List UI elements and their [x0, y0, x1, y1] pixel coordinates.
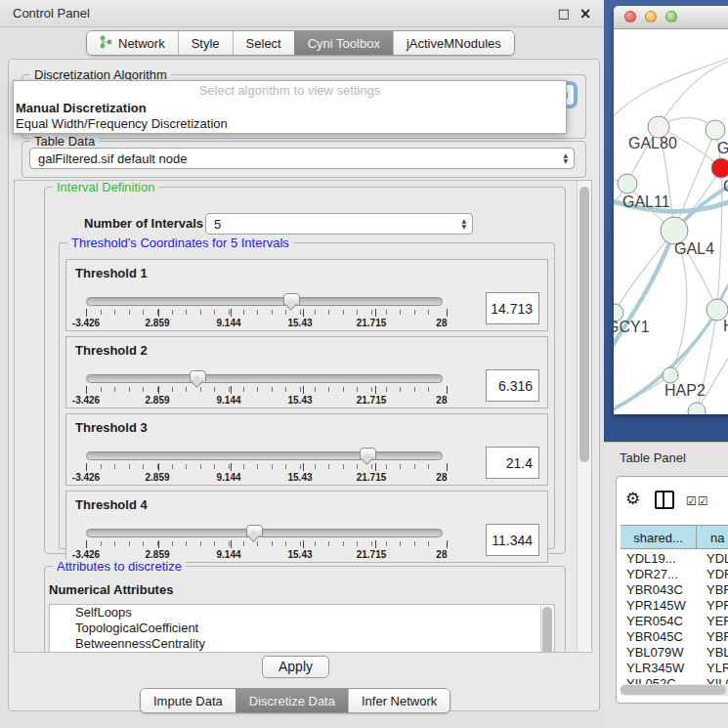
tick-label: 21.715: [357, 318, 387, 328]
list-item[interactable]: SelfLoops: [50, 605, 554, 621]
table-row[interactable]: YBL079WYBL0: [621, 645, 728, 661]
close-icon[interactable]: ×: [578, 7, 592, 21]
major-tick: [303, 309, 304, 317]
select-columns-checkboxes-icon[interactable]: ☑☑: [686, 492, 709, 510]
threshold-2-slider[interactable]: -3.426 2.859 9.144 15.43 21.715 28: [86, 368, 448, 406]
tick-label: 9.144: [216, 318, 240, 328]
node-selected-red[interactable]: [711, 158, 728, 178]
algorithm-dropdown-popup: Select algorithm to view settings Manual…: [13, 80, 567, 134]
table-row[interactable]: YBR043CYBR0: [621, 582, 728, 598]
table-row[interactable]: YER054CYER0: [621, 614, 728, 629]
cell[interactable]: YLR3: [707, 661, 728, 676]
list-scrollbar-thumb[interactable]: [542, 607, 552, 653]
option-equal-width-frequency[interactable]: Equal Width/Frequency Discretization: [16, 116, 228, 131]
option-manual-discretization[interactable]: Manual Discretization: [16, 101, 147, 115]
columns-icon[interactable]: [655, 491, 674, 509]
cell[interactable]: YER0: [707, 614, 728, 629]
major-tick: [231, 540, 232, 548]
minimize-traffic-light-icon[interactable]: [645, 11, 657, 22]
threshold-1-slider[interactable]: -3.426 2.859 9.144 15.43 21.715 28: [86, 291, 448, 328]
tab-cyni-toolbox[interactable]: Cyni Toolbox: [294, 31, 393, 55]
cell[interactable]: YPR145W: [626, 598, 697, 614]
threshold-4-label: Threshold 4: [75, 497, 148, 512]
node-bottom[interactable]: [688, 403, 706, 414]
slider-thumb[interactable]: [246, 525, 263, 537]
cell[interactable]: YER054C: [626, 614, 697, 629]
table-row[interactable]: YDR27...YDR2: [621, 567, 728, 582]
tab-style[interactable]: Style: [178, 31, 233, 55]
slider-thumb[interactable]: [190, 370, 206, 383]
column-header-shared-name[interactable]: shared...: [621, 525, 697, 549]
tab-discretize-data[interactable]: Discretize Data: [236, 689, 348, 712]
list-scrollbar[interactable]: [540, 605, 554, 653]
number-of-intervals-combobox[interactable]: 5 ▲▼: [205, 213, 473, 235]
threshold-4-value-field[interactable]: 11.344: [486, 524, 539, 556]
tab-infer-network[interactable]: Infer Network: [348, 689, 450, 712]
tab-network[interactable]: Network: [87, 31, 178, 55]
cell[interactable]: YBL0: [707, 645, 728, 661]
node-g-clipped[interactable]: [706, 120, 725, 140]
threshold-2-value-field[interactable]: 6.316: [486, 369, 539, 402]
list-item[interactable]: BetweennessCentrality: [50, 636, 554, 652]
node-label-gcy1: GCY1: [614, 319, 650, 335]
cell[interactable]: YBR043C: [626, 582, 697, 598]
major-tick: [158, 540, 159, 548]
table-row[interactable]: YBR045CYBR0: [621, 629, 728, 645]
numerical-attributes-list[interactable]: SelfLoops TopologicalCoefficient Between…: [49, 604, 555, 653]
cell[interactable]: YLR345W: [626, 661, 697, 676]
network-window-titlebar[interactable]: [614, 6, 728, 29]
slider-track[interactable]: [86, 297, 443, 306]
slider-thumb[interactable]: [360, 448, 376, 460]
cell[interactable]: YBR0: [707, 582, 728, 598]
zoom-traffic-light-icon[interactable]: [665, 11, 677, 22]
slider-track[interactable]: [86, 529, 443, 537]
node-gal11[interactable]: [618, 174, 637, 193]
tick-labels: -3.426 2.859 9.144 15.43 21.715 28: [86, 395, 443, 406]
node-label-gal4: GAL4: [674, 240, 714, 257]
table-row[interactable]: YPR145WYPR1: [621, 598, 728, 614]
threshold-3-value-field[interactable]: 21.4: [486, 447, 539, 479]
slider-thumb[interactable]: [283, 293, 300, 306]
network-canvas[interactable]: GAL80 G. C GAL11 GAL4 GCY1 H HAP2: [614, 28, 728, 414]
table-data-combobox[interactable]: galFiltered.sif default node ▲▼: [29, 148, 575, 169]
tab-select[interactable]: Select: [233, 31, 294, 55]
close-traffic-light-icon[interactable]: [624, 11, 636, 22]
node-hap2[interactable]: [663, 367, 678, 383]
threshold-3-slider[interactable]: -3.426 2.859 9.144 15.43 21.715 28: [86, 446, 448, 483]
tick-label: 28: [436, 318, 447, 328]
cell[interactable]: YBL079W: [626, 645, 697, 661]
major-tick: [231, 309, 232, 317]
table-row[interactable]: YDL19...YDL1: [621, 551, 728, 567]
float-window-icon[interactable]: □: [557, 7, 571, 21]
table-horizontal-scrollbar[interactable]: [620, 684, 728, 696]
table-horizontal-scrollbar-thumb[interactable]: [621, 685, 726, 695]
tab-discretize-data-label: Discretize Data: [249, 694, 335, 708]
gear-icon[interactable]: ⚙: [625, 490, 640, 507]
threshold-1-value-field[interactable]: 14.713: [486, 292, 539, 324]
settings-scrollbar-thumb[interactable]: [579, 187, 589, 462]
cell[interactable]: YDR27...: [626, 567, 697, 582]
slider-track[interactable]: [86, 451, 443, 460]
threshold-4-slider[interactable]: -3.426 2.859 9.144 15.43 21.715 28: [86, 523, 448, 560]
cyni-mode-tabs: Impute Data Discretize Data Infer Networ…: [140, 688, 450, 713]
cell[interactable]: YDL1: [707, 551, 728, 567]
slider-ticks: [86, 464, 443, 469]
apply-button[interactable]: Apply: [262, 656, 329, 678]
column-header-name[interactable]: na: [697, 525, 728, 549]
cell[interactable]: YBR045C: [626, 629, 697, 645]
threshold-1-panel: Threshold 1 -3.426 2.859 9.144: [65, 259, 548, 331]
cell[interactable]: YDR2: [707, 567, 728, 582]
threshold-2-label: Threshold 2: [75, 343, 148, 358]
tick-label: -3.426: [72, 318, 100, 328]
cell[interactable]: YDL19...: [626, 551, 697, 567]
table-row[interactable]: YLR345WYLR3: [621, 661, 728, 676]
cell[interactable]: YPR1: [707, 598, 728, 614]
tab-impute-data[interactable]: Impute Data: [141, 689, 236, 712]
screen: Control Panel □ × Network Style Select C…: [0, 0, 728, 728]
tick-label: 2.859: [145, 472, 169, 483]
settings-scrollbar[interactable]: [577, 181, 591, 652]
cell[interactable]: YBR0: [707, 629, 728, 645]
slider-track[interactable]: [86, 374, 443, 383]
tab-jactivemnodules[interactable]: jActiveMNodules: [393, 31, 514, 55]
list-item[interactable]: TopologicalCoefficient: [50, 621, 554, 636]
